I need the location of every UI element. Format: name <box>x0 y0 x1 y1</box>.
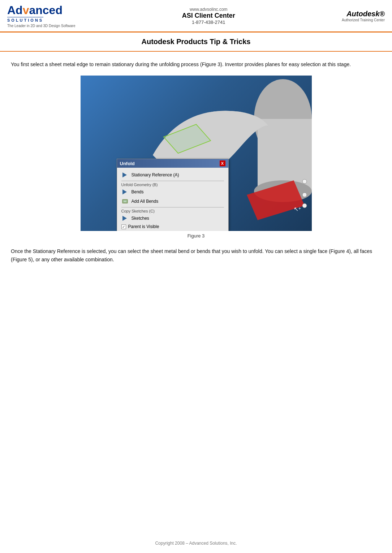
svg-text:↖: ↖ <box>294 206 298 212</box>
bends-row: Bends <box>121 188 224 196</box>
bends-icon <box>121 188 129 196</box>
figure-caption: Figure 3 <box>81 231 312 241</box>
dialog-body: Stationary Reference (A) Unfold Geometry… <box>117 168 228 231</box>
intro-paragraph: You first select a sheet metal edge to r… <box>11 60 381 68</box>
phone-number: 1-877-438-2741 <box>82 20 335 25</box>
page-title: Autodesk Products Tip & Tricks <box>7 38 385 46</box>
outro-paragraph: Once the Stationary Reference is selecte… <box>11 247 381 263</box>
sketches-row: Sketches <box>121 215 224 222</box>
dialog-close-button[interactable]: X <box>220 160 225 166</box>
parent-visible-checkbox[interactable]: ✓ <box>121 224 126 229</box>
unfold-dialog[interactable]: Unfold X Stationary Reference (A) <box>117 159 229 231</box>
add-all-bends-row: + Add All Bends <box>121 198 224 205</box>
unfold-geometry-label: Unfold Geometry (B) <box>121 183 224 187</box>
company-logo: Advanced SOLUTIONS The Leader in 2D and … <box>7 4 75 28</box>
separator-1 <box>121 181 224 181</box>
parent-visible-row[interactable]: ✓ Parent is Visible <box>121 224 224 229</box>
page-title-bar: Autodesk Products Tip & Tricks <box>0 33 392 52</box>
main-content: You first select a sheet metal edge to r… <box>0 52 392 272</box>
copy-sketches-section-label: Copy Sketches (C) <box>121 209 224 213</box>
svg-marker-15 <box>122 189 127 194</box>
dialog-titlebar: Unfold X <box>117 159 228 168</box>
stationary-ref-icon <box>121 171 129 179</box>
website-text: www.advsolinc.com <box>82 7 335 12</box>
parent-visible-label: Parent is Visible <box>128 224 159 229</box>
autodesk-badge: Autodesk® Authorized Training Center <box>342 10 385 22</box>
svg-point-11 <box>302 203 307 208</box>
add-all-bends-icon: + <box>121 198 129 205</box>
sketches-icon <box>121 215 129 222</box>
add-all-bends-label: Add All Bends <box>132 199 159 204</box>
svg-marker-4 <box>247 180 305 220</box>
stationary-reference-row: Stationary Reference (A) <box>121 171 224 179</box>
svg-text:+: + <box>124 200 126 203</box>
client-center-title: ASI Client Center <box>82 12 335 20</box>
logo-tagline: The Leader in 2D and 3D Design Software <box>7 24 75 28</box>
header-center: www.advsolinc.com ASI Client Center 1-87… <box>82 7 335 25</box>
svg-point-10 <box>302 193 307 197</box>
svg-point-9 <box>302 179 307 184</box>
figure-3-container: A B ↖ + Unfold X <box>81 76 312 241</box>
logo-text: Advanced <box>7 4 63 17</box>
svg-marker-19 <box>122 216 127 221</box>
svg-marker-14 <box>122 172 127 177</box>
autodesk-sub-text: Authorized Training Center <box>342 18 385 22</box>
copyright-text: Copyright 2008 – Advanced Solutions, Inc… <box>155 541 237 546</box>
sketches-label: Sketches <box>132 216 149 221</box>
figure-canvas: A B ↖ + Unfold X <box>81 76 312 231</box>
page-footer: Copyright 2008 – Advanced Solutions, Inc… <box>0 541 392 546</box>
autodesk-logo-text: Autodesk® <box>342 10 385 18</box>
dialog-title: Unfold <box>120 161 135 166</box>
stationary-ref-label: Stationary Reference (A) <box>132 172 179 177</box>
svg-text:+: + <box>298 206 301 211</box>
bends-label: Bends <box>132 189 144 194</box>
separator-2 <box>121 207 224 207</box>
logo-solutions: SOLUTIONS <box>7 17 43 22</box>
page-header: Advanced SOLUTIONS The Leader in 2D and … <box>0 0 392 33</box>
